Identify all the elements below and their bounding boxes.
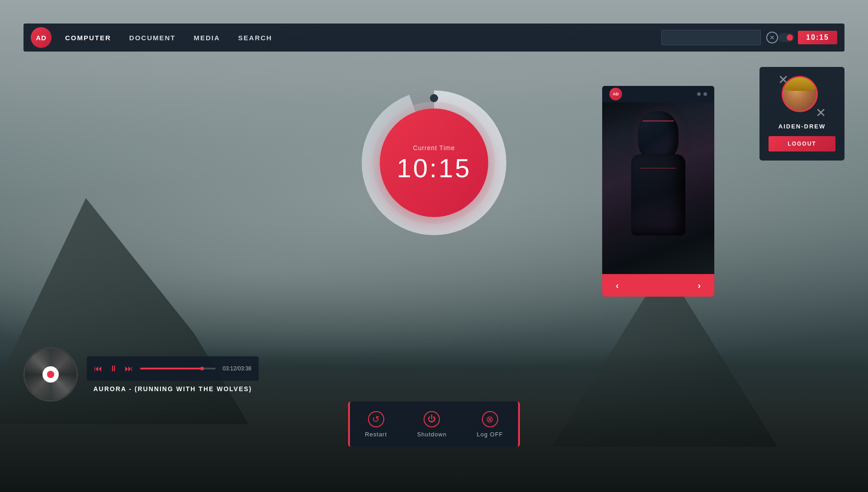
restart-button[interactable]: Restart [356,407,396,442]
viewer-nav: ‹ › [602,274,714,297]
album-center [47,371,54,378]
search-input[interactable] [661,30,761,45]
nav-item-media[interactable]: MEDIA [194,34,220,42]
logoff-button[interactable]: Log OFF [468,407,512,442]
album-inner [42,366,59,383]
user-name: AIDEN-DREW [778,123,826,130]
time-badge: 10:15 [798,31,837,44]
viewer-dot-2 [703,92,707,96]
progress-bar[interactable] [140,368,216,369]
time-toggle[interactable] [778,33,794,42]
user-avatar-container [782,76,822,117]
top-navigation: AD COMPUTER DOCUMENT MEDIA SEARCH ✕ 10:1… [24,24,844,52]
logoff-icon-symbol [486,414,494,425]
logoff-icon [482,411,498,427]
logo-button[interactable]: AD [31,27,52,48]
clock-inner-bg: Current Time 10:15 [373,102,495,224]
nav-items: COMPUTER DOCUMENT MEDIA SEARCH [65,34,652,42]
image-viewer: AD ‹ › [602,86,714,297]
progress-fill [140,368,202,369]
clock-widget: Current Time 10:15 [357,86,511,240]
nav-item-computer[interactable]: COMPUTER [65,34,111,42]
power-menu: Restart Shutdown Log OFF [348,402,520,447]
viewer-dots [697,92,707,96]
armor-head [638,111,679,161]
forward-button[interactable]: ⏭ [125,364,133,374]
viewer-logo: AD [609,88,622,100]
viewer-prev-button[interactable]: ‹ [616,280,619,291]
clock-label: Current Time [413,144,455,151]
clock-time: 10:15 [396,155,471,181]
nav-item-document[interactable]: DOCUMENT [129,34,176,42]
shutdown-icon-symbol [428,414,436,424]
track-title: AURORA - (RUNNING WITH THE WOLVES) [87,385,259,393]
album-art [24,347,78,402]
clock-face: Current Time 10:15 [380,109,488,217]
logoff-label: Log OFF [477,431,503,438]
shutdown-icon [424,411,440,427]
close-icon: ✕ [769,34,775,41]
pause-button[interactable]: ⏸ [109,364,118,374]
clock-outer-ring: Current Time 10:15 [362,90,506,235]
search-close-button[interactable]: ✕ [766,32,778,43]
player-controls: ⏮ ⏸ ⏭ 03:12/03:38 [87,356,259,381]
viewer-next-button[interactable]: › [698,280,701,291]
restart-icon-symbol [372,414,380,425]
logout-button[interactable]: LOGOUT [769,136,835,151]
viewer-logo-text: AD [613,92,619,96]
viewer-header: AD [602,86,714,102]
avatar-face [783,77,816,111]
user-avatar [782,76,818,112]
search-area: ✕ [661,30,778,45]
progress-thumb [200,367,204,370]
media-player: ⏮ ⏸ ⏭ 03:12/03:38 AURORA - (RUNNING WITH… [24,347,259,402]
clock-dot [430,94,438,102]
time-dot [787,34,793,41]
armor-figure [618,111,699,274]
logo-text: AD [36,34,47,42]
armor-body [631,154,685,236]
viewer-dot-1 [697,92,701,96]
rewind-button[interactable]: ⏮ [94,364,102,374]
viewer-image [602,102,714,274]
restart-icon [368,411,384,427]
user-card: AIDEN-DREW LOGOUT [760,67,844,161]
player-controls-area: ⏮ ⏸ ⏭ 03:12/03:38 AURORA - (RUNNING WITH… [87,356,259,393]
time-display: 10:15 [778,31,837,44]
time-counter: 03:12/03:38 [223,365,251,372]
nav-item-search[interactable]: SEARCH [238,34,272,42]
shutdown-button[interactable]: Shutdown [408,407,456,442]
shutdown-label: Shutdown [417,431,447,438]
restart-label: Restart [365,431,387,438]
avatar-hair [783,77,816,91]
